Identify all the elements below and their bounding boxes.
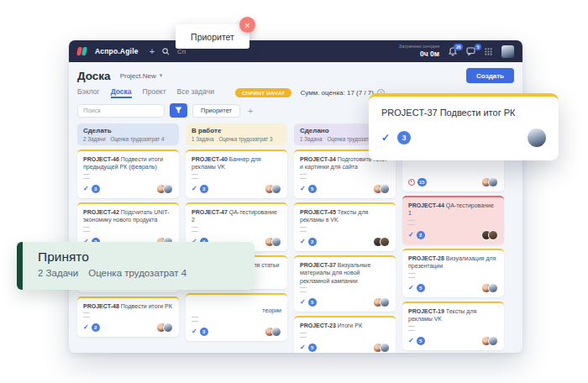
check-icon: ✓ (192, 328, 197, 335)
close-button[interactable]: × (239, 17, 255, 33)
task-card[interactable]: PROJECT-45 Тексты для рекламы в VK✓2 (294, 202, 396, 251)
description-icon (408, 220, 415, 225)
search-input[interactable]: Поиск (77, 104, 165, 118)
check-icon: ✓ (300, 299, 306, 306)
accepted-task-count: 2 Задачи (38, 268, 78, 278)
avatar (271, 237, 281, 247)
priority-filter-chip[interactable]: Приоритет (192, 104, 240, 118)
assignee-avatars (481, 230, 498, 240)
sprint-status-badge: СПРИНТ НАЧАТ (235, 88, 292, 97)
task-code: PROJECT-47 (192, 209, 229, 215)
check-icon: ✓ (408, 338, 414, 344)
check-icon: ✓ (408, 232, 414, 239)
check-icon: ✓ (83, 186, 89, 192)
task-title: PROJECT-47 QA-тестирование 2 (192, 208, 281, 224)
task-card[interactable]: PROJECT-48 Подвести итоги РК✓2 (77, 296, 179, 337)
project-selector[interactable]: Project.New ▾ (120, 72, 163, 80)
task-title: PROJECT-23 Итоги РК (300, 322, 390, 329)
task-count-badge: 3 (200, 328, 208, 336)
task-title: PROJECT-28 Визуализация для презентации (408, 254, 498, 270)
funnel-icon (175, 107, 182, 114)
tab[interactable]: Доска (111, 87, 132, 98)
task-card[interactable]: PROJECT-19 Тексты для рекламы VK✓5 (402, 302, 504, 350)
user-avatar[interactable] (501, 45, 514, 58)
task-count-badge: 3 (92, 185, 100, 193)
task-title: теории (192, 299, 281, 314)
column-header[interactable]: В работе1 ЗадачаОценка трудозатрат 3 (186, 123, 287, 145)
check-icon: ✓ (300, 186, 306, 192)
column-meta: 2 ЗадачиОценка трудозатрат 4 (83, 136, 173, 142)
check-icon: ✓ (408, 285, 414, 291)
task-card[interactable]: PROJECT-44 QA-тестирование 1✓2 (402, 196, 504, 244)
column-meta: 1 ЗадачаОценка трудозатрат 3 (192, 136, 281, 142)
board-header: Доска Project.New ▾ Создать (77, 68, 514, 83)
description-icon (192, 174, 198, 179)
task-code: PROJECT-46 (83, 156, 121, 162)
add-filter-button[interactable]: + (248, 106, 253, 116)
app-window: Аспро.Agile + Сп Затрачено сегодня 0ч 0м… (69, 40, 522, 353)
assignee-avatars (156, 323, 173, 333)
notifications-button[interactable]: 26 (449, 47, 457, 56)
description-icon (83, 312, 90, 317)
column-task-count: 1 Задача (300, 136, 322, 142)
create-button[interactable]: Создать (466, 68, 514, 83)
accepted-title: Принято (38, 249, 255, 265)
description-icon (83, 174, 90, 179)
task-code: PROJECT-44 (408, 202, 446, 208)
task-card[interactable]: PROJECT-40 Баннер для рекламы VK✓3 (186, 150, 287, 198)
task-code: PROJECT-37 (300, 262, 338, 268)
task-footer: ✓3 (192, 327, 281, 337)
task-title: PROJECT-46 Подвести итоги предыдущей РК … (83, 155, 173, 171)
tab[interactable]: Бэклог (77, 87, 100, 98)
description-icon (408, 273, 415, 278)
task-count-badge: 5 (308, 298, 317, 307)
task-progress: ✓3 (192, 328, 208, 336)
tab[interactable]: Проект (143, 87, 166, 98)
assignee-avatars (481, 336, 498, 346)
column-task-count: 2 Задачи (83, 136, 105, 142)
board-column: В работе1 ЗадачаОценка трудозатрат 3PROJ… (186, 123, 287, 341)
app-logo-icon (77, 46, 87, 56)
task-code: PROJECT-19 (408, 308, 446, 314)
column-header[interactable]: Сделать2 ЗадачиОценка трудозатрат 4 (77, 123, 179, 145)
filter-button[interactable] (170, 103, 187, 118)
task-popup[interactable]: PROJECT-37 Подвести итог РК ✓ 3 (369, 93, 559, 160)
apps-grid-button[interactable] (485, 48, 492, 55)
task-code: PROJECT-48 (83, 303, 121, 309)
task-progress: 15 (408, 178, 427, 186)
task-footer: 15 (408, 177, 498, 187)
avatar (380, 237, 390, 247)
column-estimate: Оценка трудозатрат 4 (110, 136, 164, 142)
task-title: PROJECT-40 Баннер для рекламы VK (192, 155, 281, 171)
messages-button[interactable]: 5 (466, 47, 475, 55)
description-icon (192, 317, 198, 322)
accepted-estimate: Оценка трудозатрат 4 (88, 268, 186, 278)
time-tracker: Затрачено сегодня 0ч 0м (399, 44, 439, 59)
accepted-column-overlay: Принято 2 Задачи Оценка трудозатрат 4 (17, 242, 255, 290)
task-count-badge: 5 (417, 337, 425, 345)
task-card[interactable]: PROJECT-46 Подвести итоги предыдущей РК … (77, 150, 179, 198)
search-icon[interactable] (162, 48, 170, 55)
task-card[interactable]: теории✓3 (186, 293, 287, 341)
messages-badge: 5 (475, 44, 481, 50)
description-icon (192, 227, 198, 232)
column-title: Сделать (83, 127, 173, 134)
add-icon[interactable]: + (150, 47, 155, 56)
task-footer: ✓3 (192, 184, 281, 194)
description-icon (83, 227, 90, 232)
avatar (380, 343, 390, 353)
task-code: PROJECT-45 (300, 209, 338, 215)
task-progress: ✓2 (300, 238, 317, 246)
accepted-color-bar (17, 242, 23, 290)
task-title: PROJECT-19 Тексты для рекламы VK (408, 307, 498, 323)
project-selector-value: Project.New (120, 72, 156, 80)
notifications-badge: 26 (454, 44, 463, 50)
task-card[interactable]: PROJECT-23 Итоги РК✓5 (294, 316, 396, 353)
avatar (163, 323, 173, 333)
task-card[interactable]: PROJECT-28 Визуализация для презентации✓… (402, 249, 504, 297)
avatar (271, 184, 281, 194)
tab[interactable]: Все задачи (177, 87, 214, 98)
task-popup-title: PROJECT-37 Подвести итог РК (381, 108, 546, 118)
task-card[interactable]: PROJECT-37 Визуальные материалы для ново… (294, 255, 396, 312)
task-count-badge: 15 (417, 178, 427, 186)
